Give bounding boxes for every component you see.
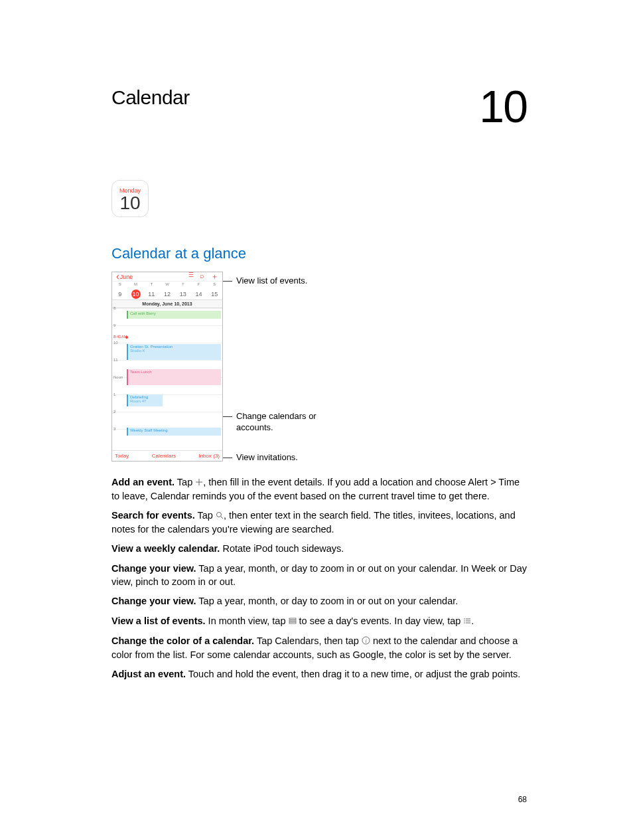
p4-bold: Change your view. (111, 563, 196, 574)
list-icon[interactable]: ☰ (188, 272, 193, 282)
figure: June ☰ ⌕ ＋ S M T W T F S 9 10 11 12 13 1… (111, 272, 527, 462)
event[interactable]: DebriefingRoom 47 (127, 394, 163, 406)
hour-label: 8 (113, 306, 115, 310)
p7-bold: Change the color of a calendar. (111, 635, 254, 646)
p6-bold: View a list of events. (111, 616, 206, 626)
calendar-app-icon: Monday 10 (111, 180, 149, 217)
back-button[interactable]: June (116, 274, 133, 280)
phone-screenshot: June ☰ ⌕ ＋ S M T W T F S 9 10 11 12 13 1… (111, 272, 223, 462)
schedule: 891011Noon1238:41AMCall with BarryGratta… (112, 308, 222, 446)
p2-bold: Search for events. (111, 510, 195, 521)
svg-point-5 (464, 620, 466, 622)
page-number: 68 (518, 795, 527, 804)
calendars-button[interactable]: Calendars (152, 453, 176, 459)
hour-label: 9 (113, 323, 115, 327)
chapter-title: Calendar (111, 86, 190, 109)
weekday-header: S M T W T F S (112, 282, 222, 288)
inbox-button[interactable]: Inbox (3) (198, 453, 220, 459)
callout-invitations: View invitations. (236, 452, 298, 463)
search-icon (216, 510, 224, 523)
selected-day[interactable]: 10 (131, 290, 141, 299)
event[interactable]: Team Lunch (127, 369, 221, 385)
phone-toolbar: Today Calendars Inbox (3) (112, 450, 222, 461)
svg-rect-2 (289, 620, 296, 622)
svg-text:i: i (365, 638, 366, 644)
svg-rect-1 (289, 618, 296, 620)
callout-calendars: Change calendars or accounts. (236, 411, 329, 434)
day-list-icon (463, 616, 471, 629)
svg-point-0 (216, 513, 221, 517)
body-text: Add an event. Tap , then fill in the eve… (111, 476, 527, 681)
hour-label: Noon (113, 375, 123, 379)
info-icon: i (362, 635, 370, 649)
chapter-header: Calendar 10 (111, 86, 527, 127)
today-button[interactable]: Today (115, 453, 129, 459)
hour-label: 1 (113, 392, 115, 396)
hour-label: 11 (113, 358, 118, 362)
phone-nav-bar: June ☰ ⌕ ＋ (112, 272, 222, 282)
search-icon[interactable]: ⌕ (200, 272, 204, 282)
p1-bold: Add an event. (111, 477, 175, 487)
p5-bold: Change your view. (111, 596, 196, 606)
hour-label: 3 (113, 427, 115, 431)
event[interactable]: Weekly Staff Meeting (127, 428, 221, 436)
hour-label: 2 (113, 410, 115, 414)
p3-bold: View a weekly calendar. (111, 543, 220, 554)
section-heading: Calendar at a glance (111, 245, 527, 262)
callout-list: View list of events. (236, 276, 307, 287)
date-bar: Monday, June 10, 2013 (112, 300, 222, 308)
now-indicator (125, 336, 128, 339)
week-days: 9 10 11 12 13 14 15 (112, 288, 222, 300)
hour-label: 10 (113, 341, 118, 345)
svg-point-6 (464, 622, 466, 624)
event[interactable]: Grattan St. PresentationStudio K (127, 344, 221, 360)
add-icon[interactable]: ＋ (211, 272, 218, 282)
month-list-icon (289, 616, 297, 629)
svg-rect-3 (289, 622, 296, 624)
chapter-number: 10 (479, 86, 527, 127)
p8-bold: Adjust an event. (111, 669, 186, 679)
svg-point-4 (464, 618, 466, 620)
app-icon-day: 10 (119, 194, 140, 212)
event[interactable]: Call with Barry (127, 311, 221, 319)
plus-icon (195, 477, 203, 490)
